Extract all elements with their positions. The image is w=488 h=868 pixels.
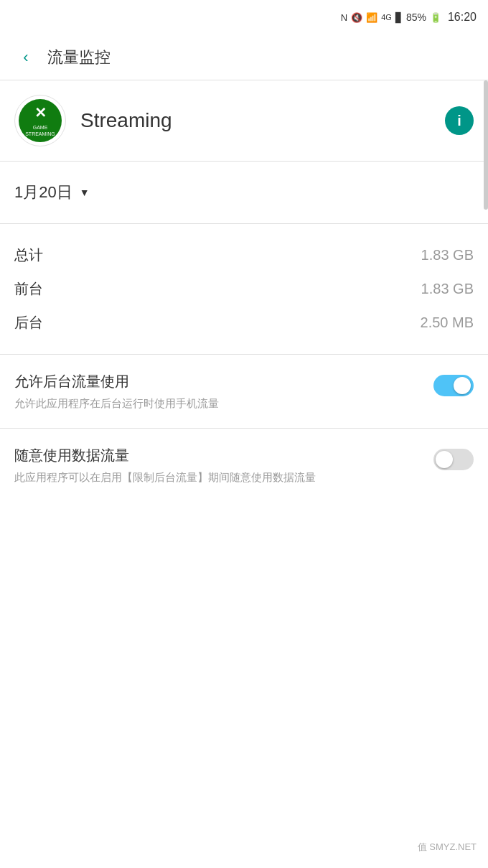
toggle-background-data-label-wrap: 允许后台流量使用 允许此应用程序在后台运行时使用手机流量	[14, 372, 433, 411]
toggle-unrestricted-subtitle: 此应用程序可以在启用【限制后台流量】期间随意使用数据流量	[14, 470, 419, 485]
back-button[interactable]: ‹	[11, 43, 40, 72]
toggle-unrestricted-knob	[436, 451, 453, 468]
stat-row-background: 后台 2.50 MB	[14, 306, 474, 340]
status-bar: N 🔇 📶 4G ▊ 85% 🔋 16:20	[0, 0, 488, 34]
stat-value-foreground: 1.83 GB	[421, 281, 474, 297]
toggle-background-data-switch[interactable]	[433, 375, 474, 396]
info-icon: i	[457, 113, 461, 129]
battery-icon: 🔋	[430, 12, 441, 23]
app-info: ✕ GAME STREAMING Streaming	[14, 95, 172, 146]
toggle-unrestricted-row: 随意使用数据流量 此应用程序可以在启用【限制后台流量】期间随意使用数据流量	[14, 446, 474, 485]
wifi-icon: 📶	[366, 12, 377, 23]
app-section: ✕ GAME STREAMING Streaming i	[0, 80, 488, 162]
toggle-unrestricted-label-wrap: 随意使用数据流量 此应用程序可以在启用【限制后台流量】期间随意使用数据流量	[14, 446, 433, 485]
stats-section: 总计 1.83 GB 前台 1.83 GB 后台 2.50 MB	[0, 224, 488, 355]
mute-icon: 🔇	[351, 12, 362, 23]
stat-label-total: 总计	[14, 246, 43, 265]
status-time: 16:20	[448, 11, 477, 24]
info-button[interactable]: i	[445, 106, 474, 135]
toggle-background-data-section: 允许后台流量使用 允许此应用程序在后台运行时使用手机流量	[0, 355, 488, 429]
toggle-background-data-row: 允许后台流量使用 允许此应用程序在后台运行时使用手机流量	[14, 372, 474, 411]
nfc-icon: N	[341, 12, 347, 23]
signal-bars-icon: ▊	[395, 12, 403, 23]
date-selector[interactable]: 1月20日 ▼	[14, 182, 474, 203]
toggle-unrestricted-title: 随意使用数据流量	[14, 446, 419, 465]
status-icons: N 🔇 📶 4G ▊ 85% 🔋 16:20	[341, 11, 477, 24]
toggle-unrestricted-section: 随意使用数据流量 此应用程序可以在启用【限制后台流量】期间随意使用数据流量	[0, 429, 488, 502]
watermark: 值 SMYZ.NET	[418, 841, 477, 854]
toggle-unrestricted-switch[interactable]	[433, 449, 474, 470]
stat-row-total: 总计 1.83 GB	[14, 238, 474, 272]
svg-text:STREAMING: STREAMING	[25, 131, 55, 136]
page-title: 流量监控	[47, 47, 111, 68]
signal-4g-icon: 4G	[381, 13, 392, 22]
stat-value-total: 1.83 GB	[421, 247, 474, 263]
toggle-background-data-title: 允许后台流量使用	[14, 372, 419, 391]
scrollbar[interactable]	[484, 80, 488, 210]
svg-text:GAME: GAME	[33, 125, 48, 130]
toggle-background-data-knob	[454, 377, 471, 394]
battery-percent: 85%	[406, 11, 426, 23]
date-section: 1月20日 ▼	[0, 162, 488, 224]
xbox-svg: ✕ GAME STREAMING	[19, 99, 62, 142]
svg-text:✕: ✕	[34, 105, 47, 121]
stat-value-background: 2.50 MB	[421, 314, 474, 331]
app-name: Streaming	[80, 109, 172, 132]
stat-label-foreground: 前台	[14, 279, 43, 299]
stat-row-foreground: 前台 1.83 GB	[14, 272, 474, 306]
toggle-background-data-subtitle: 允许此应用程序在后台运行时使用手机流量	[14, 396, 419, 411]
back-arrow-icon: ‹	[23, 48, 28, 67]
top-bar: ‹ 流量监控	[0, 34, 488, 80]
app-icon: ✕ GAME STREAMING	[14, 95, 66, 146]
date-text: 1月20日	[14, 182, 72, 203]
stat-label-background: 后台	[14, 313, 43, 332]
date-dropdown-arrow-icon: ▼	[80, 187, 90, 198]
